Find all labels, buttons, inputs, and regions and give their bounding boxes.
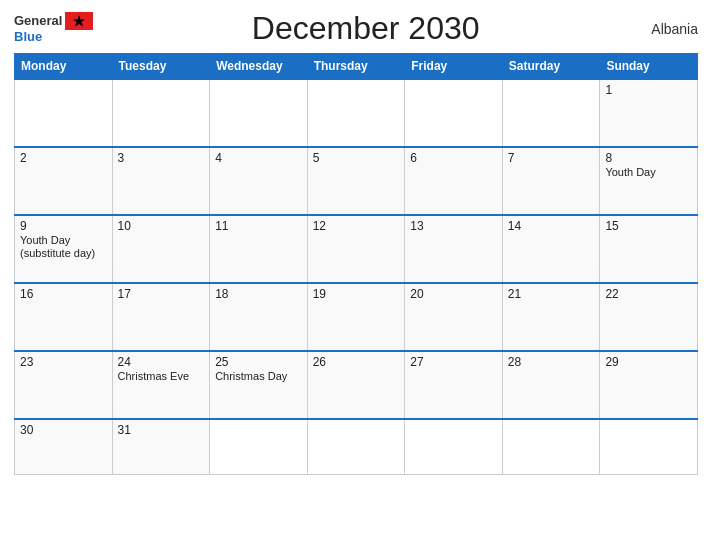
day-cell: 2 (15, 147, 113, 215)
day-number: 20 (410, 287, 497, 301)
day-cell (210, 79, 308, 147)
header-row: General Blue December 2030 Albania (14, 10, 698, 47)
day-cell: 22 (600, 283, 698, 351)
day-cell (600, 419, 698, 474)
day-cell: 9Youth Day(substitute day) (15, 215, 113, 283)
day-cell: 27 (405, 351, 503, 419)
calendar-grid: Monday Tuesday Wednesday Thursday Friday… (14, 53, 698, 475)
day-number: 6 (410, 151, 497, 165)
day-event: Christmas Day (215, 370, 302, 382)
header-monday: Monday (15, 54, 113, 80)
day-cell: 17 (112, 283, 210, 351)
day-number: 2 (20, 151, 107, 165)
day-cell: 25Christmas Day (210, 351, 308, 419)
week-row-0: 1 (15, 79, 698, 147)
day-cell: 18 (210, 283, 308, 351)
logo-flag-icon (65, 12, 93, 30)
country-label: Albania (638, 21, 698, 37)
day-number: 10 (118, 219, 205, 233)
day-number: 22 (605, 287, 692, 301)
day-cell: 29 (600, 351, 698, 419)
day-cell: 12 (307, 215, 405, 283)
day-number: 9 (20, 219, 107, 233)
week-row-3: 16171819202122 (15, 283, 698, 351)
day-cell (405, 419, 503, 474)
day-cell: 19 (307, 283, 405, 351)
day-number: 12 (313, 219, 400, 233)
day-number: 29 (605, 355, 692, 369)
day-cell (112, 79, 210, 147)
day-number: 25 (215, 355, 302, 369)
day-event: Christmas Eve (118, 370, 205, 382)
day-number: 11 (215, 219, 302, 233)
day-number: 27 (410, 355, 497, 369)
day-cell: 24Christmas Eve (112, 351, 210, 419)
week-row-1: 2345678Youth Day (15, 147, 698, 215)
day-cell: 5 (307, 147, 405, 215)
day-cell (405, 79, 503, 147)
day-number: 4 (215, 151, 302, 165)
day-cell: 6 (405, 147, 503, 215)
header-tuesday: Tuesday (112, 54, 210, 80)
week-row-2: 9Youth Day(substitute day)101112131415 (15, 215, 698, 283)
day-number: 17 (118, 287, 205, 301)
header-sunday: Sunday (600, 54, 698, 80)
day-number: 13 (410, 219, 497, 233)
day-number: 24 (118, 355, 205, 369)
logo-blue-text: Blue (14, 30, 42, 44)
logo-general-text: General (14, 14, 62, 28)
day-number: 15 (605, 219, 692, 233)
day-number: 7 (508, 151, 595, 165)
day-cell: 28 (502, 351, 600, 419)
calendar-title: December 2030 (93, 10, 638, 47)
day-cell: 23 (15, 351, 113, 419)
logo: General Blue (14, 12, 93, 44)
day-number: 14 (508, 219, 595, 233)
day-cell: 15 (600, 215, 698, 283)
day-cell: 8Youth Day (600, 147, 698, 215)
day-cell (502, 419, 600, 474)
day-cell: 30 (15, 419, 113, 474)
day-cell: 26 (307, 351, 405, 419)
day-cell (307, 79, 405, 147)
calendar-container: General Blue December 2030 Albania Monda… (0, 0, 712, 550)
week-row-5: 3031 (15, 419, 698, 474)
day-number: 23 (20, 355, 107, 369)
day-number: 26 (313, 355, 400, 369)
day-cell: 10 (112, 215, 210, 283)
weekday-header-row: Monday Tuesday Wednesday Thursday Friday… (15, 54, 698, 80)
day-number: 3 (118, 151, 205, 165)
day-cell: 20 (405, 283, 503, 351)
day-cell: 11 (210, 215, 308, 283)
day-number: 19 (313, 287, 400, 301)
day-cell: 13 (405, 215, 503, 283)
header-friday: Friday (405, 54, 503, 80)
day-event: (substitute day) (20, 247, 107, 259)
day-cell: 4 (210, 147, 308, 215)
week-row-4: 2324Christmas Eve25Christmas Day26272829 (15, 351, 698, 419)
day-event: Youth Day (20, 234, 107, 246)
day-cell (502, 79, 600, 147)
day-number: 16 (20, 287, 107, 301)
day-cell (210, 419, 308, 474)
day-cell: 7 (502, 147, 600, 215)
day-cell: 1 (600, 79, 698, 147)
header-thursday: Thursday (307, 54, 405, 80)
day-cell (307, 419, 405, 474)
header-saturday: Saturday (502, 54, 600, 80)
day-event: Youth Day (605, 166, 692, 178)
day-cell: 16 (15, 283, 113, 351)
day-number: 18 (215, 287, 302, 301)
day-number: 31 (118, 423, 205, 437)
day-cell: 21 (502, 283, 600, 351)
day-cell: 3 (112, 147, 210, 215)
day-cell: 31 (112, 419, 210, 474)
header-wednesday: Wednesday (210, 54, 308, 80)
day-cell: 14 (502, 215, 600, 283)
day-number: 5 (313, 151, 400, 165)
day-number: 1 (605, 83, 692, 97)
day-number: 21 (508, 287, 595, 301)
day-number: 28 (508, 355, 595, 369)
day-cell (15, 79, 113, 147)
day-number: 30 (20, 423, 107, 437)
